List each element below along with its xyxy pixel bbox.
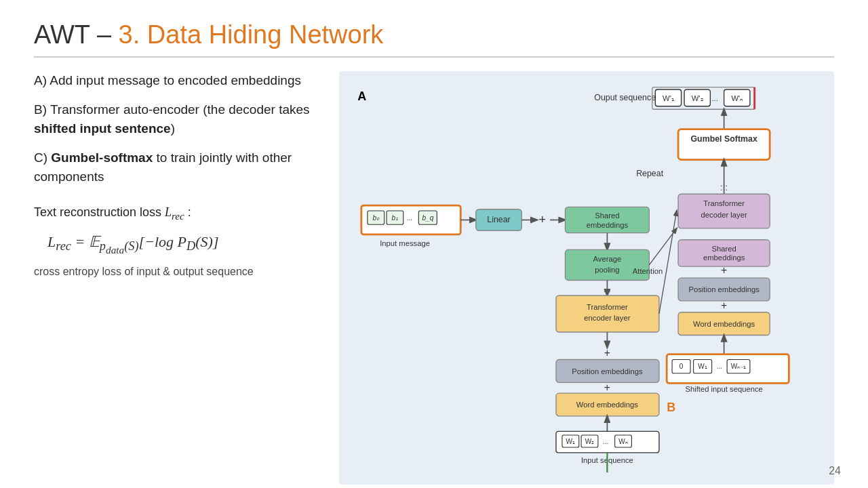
svg-line-83	[659, 211, 677, 314]
point-c: C) Gumbel-softmax to train jointly with …	[34, 148, 319, 187]
svg-text:embeddings: embeddings	[587, 221, 629, 229]
loss-intro: Text reconstruction loss Lrec :	[34, 203, 319, 224]
point-b-text-after: )	[171, 121, 175, 136]
slide: AWT – 3. Data Hiding Network A) Add inpu…	[0, 0, 868, 488]
diagram-label-b: B	[667, 401, 675, 414]
l-rec-label: Lrec	[165, 205, 184, 219]
svg-text:W₁: W₁	[698, 363, 707, 370]
svg-text:+: +	[604, 347, 610, 359]
point-b-label: B)	[34, 102, 50, 117]
svg-text:W'ₙ: W'ₙ	[731, 94, 743, 102]
loss-intro-text: Text reconstruction loss	[34, 205, 165, 219]
diagram-panel: A Ouput sequence W'₁ W'₂ ... W'ₙ	[339, 71, 834, 485]
svg-text:decoder layer: decoder layer	[701, 211, 747, 219]
svg-rect-52	[565, 207, 649, 232]
left-panel: A) Add input message to encoded embeddin…	[34, 71, 319, 485]
svg-text:...: ...	[720, 182, 728, 192]
svg-text:+: +	[721, 300, 727, 311]
svg-text:...: ...	[711, 94, 717, 102]
point-c-bold: Gumbel-softmax	[51, 150, 153, 165]
svg-text:pooling: pooling	[595, 266, 619, 274]
svg-text:Wₙ₋₁: Wₙ₋₁	[731, 363, 747, 370]
svg-text:Shared: Shared	[595, 211, 619, 220]
svg-text:b₀: b₀	[372, 214, 380, 222]
svg-text:Shifted input sequence: Shifted input sequence	[685, 385, 762, 393]
svg-text:...: ...	[407, 214, 412, 222]
svg-text:...: ...	[604, 284, 611, 294]
svg-text:encoder layer: encoder layer	[584, 314, 630, 322]
svg-text:Input message: Input message	[380, 239, 430, 247]
slide-title: AWT – 3. Data Hiding Network	[34, 20, 834, 58]
l-rec-sub: rec	[172, 210, 184, 221]
diagram-svg: A Ouput sequence W'₁ W'₂ ... W'ₙ	[350, 82, 823, 474]
svg-text:W'₂: W'₂	[692, 94, 703, 102]
svg-text:W₂: W₂	[585, 439, 595, 446]
point-a: A) Add input message to encoded embeddin…	[34, 71, 319, 91]
svg-text:Shared: Shared	[712, 245, 736, 253]
svg-text:W'₁: W'₁	[663, 94, 674, 102]
svg-rect-56	[565, 249, 649, 280]
svg-text:+: +	[604, 382, 610, 393]
svg-text:W₁: W₁	[566, 439, 576, 446]
formula: Lrec = 𝔼pdata(S)[−log PD(S)]	[47, 230, 319, 258]
svg-text:Position embeddings: Position embeddings	[688, 285, 760, 293]
svg-text:Transformer: Transformer	[587, 303, 628, 311]
output-sequence-label: Ouput sequence	[594, 93, 656, 102]
svg-text:Average: Average	[593, 255, 622, 263]
svg-text:Wₙ: Wₙ	[618, 439, 628, 446]
svg-text:embeddings: embeddings	[703, 253, 745, 262]
svg-text:+: +	[721, 264, 727, 276]
page-number: 24	[829, 465, 841, 477]
loss-section: Text reconstruction loss Lrec : Lrec = 𝔼…	[34, 203, 319, 280]
svg-line-85	[649, 228, 677, 265]
svg-text:Gumbel Softmax: Gumbel Softmax	[690, 134, 757, 144]
svg-text:...: ...	[603, 439, 608, 446]
svg-text:+: +	[538, 213, 546, 226]
svg-text:Attention: Attention	[633, 267, 663, 275]
svg-text:Word embeddings: Word embeddings	[576, 401, 638, 409]
title-highlight: 3. Data Hiding Network	[119, 20, 384, 49]
point-b-bold: shifted input sentence	[34, 121, 171, 136]
point-b: B) Transformer auto-encoder (the decoder…	[34, 100, 319, 139]
content-area: A) Add input message to encoded embeddin…	[34, 71, 834, 485]
svg-text:0: 0	[679, 363, 684, 370]
diagram-label-a: A	[357, 89, 366, 103]
svg-text:Linear: Linear	[487, 215, 510, 224]
point-c-label: C)	[34, 150, 51, 165]
cross-entropy-text: cross entropy loss of input & output seq…	[34, 264, 319, 280]
svg-text:b₁: b₁	[392, 214, 399, 222]
svg-text:...: ...	[717, 363, 722, 370]
svg-text:Position embeddings: Position embeddings	[572, 367, 643, 375]
point-a-text: Add input message to encoded embeddings	[50, 73, 301, 87]
svg-text:Word embeddings: Word embeddings	[693, 320, 755, 328]
svg-text:b_q: b_q	[422, 214, 433, 222]
title-prefix: AWT –	[34, 20, 119, 49]
loss-colon: :	[184, 205, 191, 219]
repeat-label: Repeat	[636, 169, 663, 178]
svg-text:Transformer: Transformer	[703, 199, 745, 207]
point-b-text-before: Transformer auto-encoder (the decoder ta…	[50, 102, 310, 117]
point-a-label: A)	[34, 73, 50, 87]
